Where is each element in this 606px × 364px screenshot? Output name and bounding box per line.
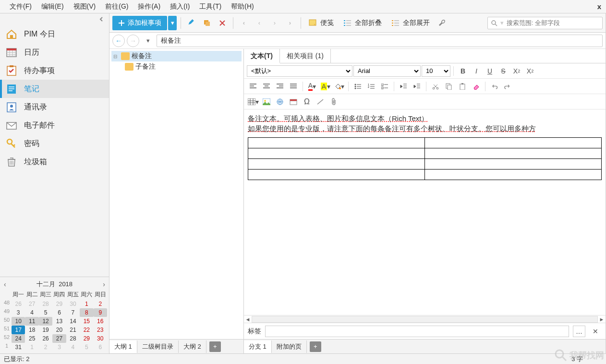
cal-day[interactable]: 21 <box>66 326 80 334</box>
highlight-button[interactable]: A▾ <box>319 80 332 93</box>
tree-tab-outline1[interactable]: 大纲 1 <box>109 340 137 353</box>
expand-all-button[interactable]: 全部展开 <box>388 16 434 30</box>
search-input[interactable] <box>507 19 599 26</box>
sidebar-item-note[interactable]: 笔记 <box>0 80 109 98</box>
cal-next-button[interactable]: › <box>103 280 105 288</box>
tree-tab-toc[interactable]: 二级树目录 <box>137 340 179 353</box>
cal-day[interactable]: 24 <box>12 334 25 343</box>
italic-button[interactable]: I <box>470 65 483 77</box>
number-list-button[interactable]: 12 <box>365 80 377 93</box>
cal-day[interactable]: 14 <box>66 317 80 326</box>
menu-item[interactable]: 文件(F) <box>5 0 36 13</box>
font-size-select[interactable]: 10 <box>422 65 450 77</box>
cal-day[interactable]: 4 <box>25 308 38 317</box>
nav-prev-button[interactable]: ‹ <box>253 16 266 30</box>
sidebar-item-mail[interactable]: 电子邮件 <box>0 116 109 134</box>
align-justify-button[interactable] <box>287 80 300 93</box>
cal-day[interactable]: 9 <box>94 308 107 317</box>
undo-button[interactable] <box>488 80 501 93</box>
editor-horizontal-scrollbar[interactable]: ◄ ► <box>244 315 606 323</box>
breadcrumb-path[interactable]: 根备注 <box>157 35 603 47</box>
cal-day[interactable]: 11 <box>25 317 38 326</box>
scroll-left-button[interactable]: ◄ <box>244 316 252 322</box>
cal-day[interactable]: 30 <box>94 334 107 343</box>
cal-day[interactable]: 29 <box>52 300 66 308</box>
add-root-item-button[interactable]: 添加根事项 <box>112 16 167 30</box>
tag-more-button[interactable]: … <box>573 326 585 337</box>
tree-node-child[interactable]: 子备注 <box>111 61 242 72</box>
note-tree[interactable]: ⊟ 根备注 子备注 <box>109 49 243 339</box>
cal-day[interactable]: 16 <box>94 317 107 326</box>
insert-link-button[interactable] <box>274 96 286 108</box>
cal-day[interactable]: 26 <box>12 300 25 308</box>
cal-day[interactable]: 28 <box>66 334 80 343</box>
paste-button[interactable] <box>456 80 469 93</box>
editor-body[interactable]: 备注文本。可插入表格、图片和多信息文本（Rich Text） 如果您使用的是专业… <box>244 109 606 315</box>
cal-day[interactable]: 23 <box>94 326 107 334</box>
cal-day[interactable]: 18 <box>25 326 38 334</box>
menu-item[interactable]: 视图(V) <box>69 0 101 13</box>
cal-day[interactable]: 6 <box>52 308 66 317</box>
cal-day[interactable]: 5 <box>39 308 52 317</box>
style-select[interactable]: <默认> <box>247 65 352 77</box>
delete-button[interactable] <box>216 16 229 30</box>
sidebar-item-contacts[interactable]: 通讯录 <box>0 98 109 116</box>
menu-item[interactable]: 工具(T) <box>194 0 226 13</box>
scroll-right-button[interactable]: ► <box>598 316 606 322</box>
tag-close-button[interactable]: ✕ <box>589 325 602 338</box>
cal-day[interactable]: 1 <box>80 300 93 308</box>
add-branch-tab-button[interactable]: + <box>310 341 321 352</box>
align-right-button[interactable] <box>274 80 286 93</box>
collapse-all-button[interactable]: 全部折叠 <box>339 16 386 30</box>
redo-button[interactable] <box>502 80 514 93</box>
checklist-button[interactable] <box>378 80 391 93</box>
menu-item[interactable]: 帮助(H) <box>226 0 258 13</box>
cal-day[interactable]: 8 <box>80 308 93 317</box>
cal-day[interactable]: 1 <box>25 343 38 352</box>
cal-day[interactable]: 3 <box>12 308 25 317</box>
sticky-note-button[interactable]: 便笺 <box>305 16 338 30</box>
insert-date-button[interactable] <box>287 96 300 108</box>
font-select[interactable]: Arial <box>353 65 421 77</box>
cal-day[interactable]: 12 <box>39 317 52 326</box>
cal-day[interactable]: 27 <box>25 300 38 308</box>
insert-symbol-button[interactable]: Ω <box>301 96 313 108</box>
cut-button[interactable] <box>429 80 442 93</box>
insert-line-button[interactable] <box>314 96 327 108</box>
cal-day[interactable]: 17 <box>12 326 25 334</box>
insert-image-button[interactable] <box>260 96 273 108</box>
clear-format-button[interactable] <box>470 80 482 93</box>
cal-title[interactable]: 十二月 2018 <box>36 280 73 289</box>
sidebar-item-trash[interactable]: 垃圾箱 <box>0 153 109 171</box>
branch-tab-1[interactable]: 分支 1 <box>244 340 272 353</box>
align-center-button[interactable] <box>260 80 273 93</box>
underline-button[interactable]: U <box>484 65 496 77</box>
nav-last-button[interactable]: › <box>283 16 297 30</box>
subscript-button[interactable]: X2 <box>510 65 523 77</box>
sidebar-item-todo[interactable]: 待办事项 <box>0 61 109 80</box>
cal-day[interactable]: 4 <box>66 343 80 352</box>
indent-button[interactable] <box>411 80 423 93</box>
outdent-button[interactable] <box>397 80 410 93</box>
editor-tab-related[interactable]: 相关项目 (1) <box>280 49 331 63</box>
superscript-button[interactable]: X2 <box>524 65 536 77</box>
cal-day[interactable]: 3 <box>52 343 66 352</box>
attach-button[interactable] <box>327 96 340 108</box>
scroll-track[interactable] <box>252 316 598 323</box>
cal-prev-button[interactable]: ‹ <box>4 280 6 288</box>
cal-day[interactable]: 19 <box>39 326 52 334</box>
cal-day[interactable]: 2 <box>94 300 107 308</box>
nav-first-button[interactable]: ‹ <box>237 16 251 30</box>
cal-day[interactable]: 2 <box>39 343 52 352</box>
search-box[interactable]: ▾ <box>487 17 603 29</box>
cal-day[interactable]: 6 <box>94 343 107 352</box>
editor-tab-text[interactable]: 文本(T) <box>244 49 280 63</box>
cal-day[interactable]: 25 <box>25 334 38 343</box>
align-left-button[interactable] <box>247 80 259 93</box>
edit-button[interactable] <box>185 16 198 30</box>
cal-day[interactable]: 30 <box>66 300 80 308</box>
copy-button[interactable] <box>443 80 455 93</box>
nav-history-dropdown[interactable]: ▾ <box>141 34 155 48</box>
cal-day[interactable]: 31 <box>12 343 25 352</box>
cal-day[interactable]: 7 <box>66 308 80 317</box>
